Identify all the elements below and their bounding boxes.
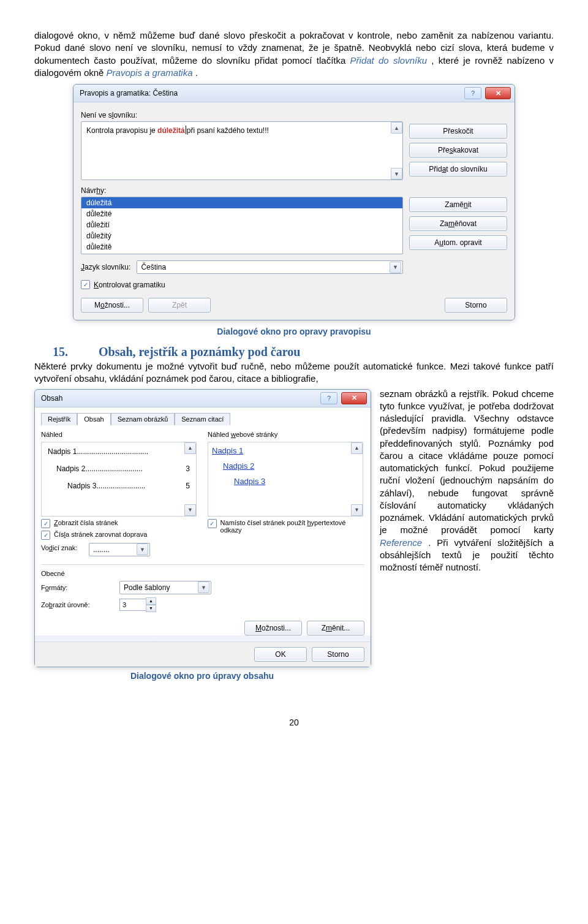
web-preview: Nadpis 1 Nadpis 2 Nadpis 3 ▲ ▼ bbox=[208, 442, 363, 517]
figure-caption-2: Dialogové okno pro úpravy obsahu bbox=[34, 671, 370, 681]
leader-combo[interactable]: ........ ▼ bbox=[89, 543, 150, 556]
tab-rejstrik[interactable]: Rejstřík bbox=[41, 413, 77, 425]
help-button[interactable]: ? bbox=[320, 392, 337, 404]
chevron-down-icon[interactable]: ▼ bbox=[137, 543, 148, 555]
options-button[interactable]: Možnosti... bbox=[81, 298, 143, 312]
tab-citations[interactable]: Seznam citací bbox=[175, 413, 230, 425]
show-page-numbers-checkbox[interactable]: ✓ bbox=[41, 519, 50, 528]
p1-dialog-name: Pravopis a gramatika bbox=[107, 67, 193, 78]
spellcheck-dialog: Pravopis a gramatika: Čeština ? ✕ Není v… bbox=[73, 84, 515, 320]
tab-figures[interactable]: Seznam obrázků bbox=[111, 413, 175, 425]
align-right-checkbox[interactable]: ✓ bbox=[41, 531, 50, 540]
hyperlinks-label: Namísto čísel stránek použít hypertextov… bbox=[221, 519, 364, 534]
p1-text-e: . bbox=[195, 67, 198, 78]
figure-caption-1: Dialogové okno pro opravy pravopisu bbox=[34, 327, 554, 336]
text-caret bbox=[186, 126, 186, 134]
check-grammar-checkbox[interactable]: ✓ bbox=[81, 280, 90, 289]
spin-down-icon[interactable]: ▼ bbox=[146, 605, 156, 612]
list-item[interactable]: důležitý bbox=[81, 230, 402, 241]
print-preview-label: Náhled bbox=[41, 431, 197, 438]
dict-lang-label: Jazyk slovníku: bbox=[81, 263, 130, 271]
toc-dots: ................................... bbox=[77, 447, 148, 456]
toc-options-button[interactable]: Možnosti... bbox=[244, 621, 302, 635]
chevron-down-icon[interactable]: ▼ bbox=[390, 262, 401, 273]
section-number: 15. bbox=[53, 345, 96, 359]
page-number: 20 bbox=[34, 718, 554, 727]
formats-value: Podle šablony bbox=[124, 583, 170, 592]
levels-spinner[interactable]: ▲▼ bbox=[119, 597, 156, 612]
levels-value[interactable] bbox=[119, 599, 146, 611]
scroll-down-icon[interactable]: ▼ bbox=[184, 504, 196, 516]
toc-row-label: Nadpis 2 bbox=[56, 464, 85, 473]
list-item[interactable]: důležitě bbox=[81, 241, 402, 252]
leader-value: ........ bbox=[93, 545, 110, 554]
print-preview: Nadpis 1................................… bbox=[41, 442, 197, 517]
tab-bar: Rejstřík Obsah Seznam obrázků Seznam cit… bbox=[41, 412, 364, 425]
close-button[interactable]: ✕ bbox=[485, 87, 511, 99]
add-to-dict-button[interactable]: Přidat do slovníku bbox=[409, 162, 507, 176]
formats-combo[interactable]: Podle šablony ▼ bbox=[119, 581, 211, 594]
suggestions-list[interactable]: dúležitá důležité důležití důležitý důle… bbox=[81, 197, 403, 254]
undo-button[interactable]: Zpět bbox=[148, 298, 211, 312]
dialog-titlebar[interactable]: Pravopis a gramatika: Čeština ? ✕ bbox=[74, 85, 514, 102]
chevron-down-icon[interactable]: ▼ bbox=[198, 581, 209, 593]
scroll-up-icon[interactable]: ▲ bbox=[391, 122, 402, 134]
sentence-start: Kontrola pravopisu je bbox=[86, 126, 157, 135]
dict-lang-combo[interactable]: Čeština ▼ bbox=[137, 260, 403, 274]
change-all-button[interactable]: Zaměňovat bbox=[409, 216, 507, 231]
leader-label: Vodicí znak: bbox=[41, 544, 84, 551]
toc-modify-button[interactable]: Změnit... bbox=[307, 621, 364, 635]
list-item[interactable]: dúležitá bbox=[81, 197, 402, 208]
cancel-button[interactable]: Storno bbox=[445, 298, 507, 312]
dialog-titlebar[interactable]: Obsah ? ✕ bbox=[35, 390, 371, 407]
tab-obsah[interactable]: Obsah bbox=[77, 413, 110, 425]
autocorrect-button[interactable]: Autom. opravit bbox=[409, 235, 507, 250]
levels-label: Zobrazit úrovně: bbox=[41, 601, 115, 608]
not-in-dict-label: Není ve slovníku: bbox=[81, 111, 403, 119]
scroll-down-icon[interactable]: ▼ bbox=[351, 504, 363, 516]
scroll-up-icon[interactable]: ▲ bbox=[351, 442, 363, 454]
p1-btn-name: Přidat do slovníku bbox=[350, 55, 427, 66]
check-grammar-label: Kontrolovat gramatiku bbox=[94, 281, 165, 289]
ok-button[interactable]: OK bbox=[254, 647, 307, 662]
misspelled-word: dúležitá bbox=[157, 126, 185, 135]
dialog-title: Pravopis a gramatika: Čeština bbox=[80, 89, 178, 97]
toc-row-page: 5 bbox=[186, 482, 190, 490]
web-preview-label: Náhled webové stránky bbox=[208, 431, 364, 438]
flow-text-a: seznam obrázků a rejstřík. Pokud chceme … bbox=[380, 388, 554, 536]
close-button[interactable]: ✕ bbox=[341, 392, 367, 404]
section-title-text: Obsah, rejstřík a poznámky pod čarou bbox=[99, 345, 300, 358]
spin-up-icon[interactable]: ▲ bbox=[146, 597, 156, 605]
dict-lang-value: Čeština bbox=[141, 263, 166, 271]
toc-dots: ............................ bbox=[85, 464, 142, 473]
list-item[interactable]: důležití bbox=[81, 219, 402, 230]
web-link[interactable]: Nadpis 3 bbox=[234, 477, 359, 486]
not-in-dictionary-text[interactable]: Kontrola pravopisu je dúležitápři psaní … bbox=[81, 121, 403, 180]
web-link[interactable]: Nadpis 2 bbox=[223, 461, 359, 471]
general-group-label: Obecné bbox=[41, 570, 364, 577]
help-button[interactable]: ? bbox=[464, 87, 481, 99]
hyperlinks-checkbox[interactable]: ✓ bbox=[208, 519, 217, 528]
skip-button[interactable]: Přeskočit bbox=[409, 124, 507, 138]
toc-row-label: Nadpis 1 bbox=[48, 447, 77, 456]
scroll-up-icon[interactable]: ▲ bbox=[184, 442, 196, 454]
toc-row-page: 3 bbox=[186, 464, 190, 473]
toc-dots: ........................ bbox=[96, 482, 145, 490]
section-intro: Některé prvky dokumentu je možné vytvoři… bbox=[34, 360, 554, 385]
change-button[interactable]: Zaměnit bbox=[409, 197, 507, 212]
web-link[interactable]: Nadpis 1 bbox=[212, 446, 359, 455]
cancel-button[interactable]: Storno bbox=[312, 647, 364, 662]
toc-row-label: Nadpis 3 bbox=[67, 482, 96, 490]
show-page-numbers-label: Zobrazit čísla stránek bbox=[54, 519, 118, 526]
dialog-title: Obsah bbox=[41, 394, 62, 403]
scroll-down-icon[interactable]: ▼ bbox=[391, 168, 402, 180]
skip-all-button[interactable]: Přeskakovat bbox=[409, 143, 507, 157]
align-right-label: Čísla stránek zarovnat doprava bbox=[54, 531, 147, 538]
intro-paragraph: dialogové okno, v němž můžeme buď dané s… bbox=[34, 29, 554, 79]
list-item[interactable]: důležité bbox=[81, 208, 402, 219]
sentence-end: při psaní každého textu!!! bbox=[187, 126, 269, 135]
toc-dialog: Obsah ? ✕ Rejstřík Obsah Seznam obrázků … bbox=[34, 389, 371, 667]
formats-label: Formáty: bbox=[41, 584, 115, 591]
suggestions-label: Návrhy: bbox=[81, 186, 403, 195]
flow-ref-word: Reference bbox=[380, 537, 422, 548]
